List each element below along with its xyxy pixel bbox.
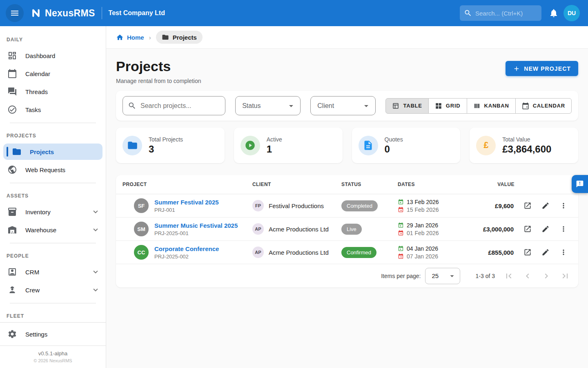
document-icon — [359, 136, 378, 155]
sidebar-section-label-projects: PROJECTS — [0, 127, 106, 143]
sidebar-item-inventory[interactable]: Inventory — [0, 203, 106, 221]
row-menu-button[interactable] — [555, 244, 572, 260]
folder-icon — [122, 136, 142, 155]
edit-project-button[interactable] — [537, 221, 554, 237]
event-start-icon — [398, 222, 404, 228]
sidebar-divider — [10, 183, 96, 183]
row-menu-button[interactable] — [555, 197, 572, 214]
chevron-down-icon — [91, 285, 100, 294]
stat-label: Quotes — [385, 136, 403, 143]
sidebar-item-tasks[interactable]: Tasks — [0, 101, 106, 119]
open-project-button[interactable] — [519, 197, 536, 214]
view-toggle-group: TABLEGRIDKANBANCALENDAR — [385, 98, 572, 114]
items-per-page-select[interactable]: 25 — [425, 268, 460, 284]
edit-icon — [541, 248, 550, 256]
view-toggle-table[interactable]: TABLE — [385, 98, 428, 114]
sidebar-section-label-daily: DAILY — [0, 31, 106, 47]
project-search-input[interactable] — [140, 102, 220, 110]
crm-icon — [7, 267, 17, 277]
sidebar-item-crm[interactable]: CRM — [0, 263, 106, 281]
sidebar-section-label-people: PEOPLE — [0, 247, 106, 263]
chevron-down-icon — [91, 285, 100, 294]
view-toggle-grid[interactable]: GRID — [428, 98, 467, 114]
active-indicator — [7, 147, 8, 157]
project-code: PRJ-2025-002 — [154, 254, 219, 260]
copyright: © 2026 NexusRMS — [0, 358, 106, 363]
feedback-button[interactable] — [572, 175, 588, 193]
edit-project-button[interactable] — [537, 244, 554, 260]
top-navbar: NexusRMS Test Company Ltd DU — [0, 0, 588, 26]
inventory-icon — [7, 207, 17, 217]
search-icon — [128, 101, 136, 110]
hamburger-menu-button[interactable] — [6, 4, 24, 22]
user-avatar[interactable]: DU — [564, 5, 580, 21]
sidebar-item-projects[interactable]: Projects — [3, 144, 102, 160]
sidebar-item-settings[interactable]: Settings — [0, 323, 106, 346]
open-project-button[interactable] — [519, 244, 536, 260]
project-link[interactable]: Summer Festival 2025 — [154, 199, 219, 206]
globe-icon — [7, 165, 17, 175]
status-filter-select[interactable]: Status — [235, 96, 301, 115]
end-date: 07 Jan 2026 — [407, 253, 438, 260]
global-search[interactable] — [460, 5, 541, 21]
filter-toolbar: Status Client TABLEGRIDKANBANCALENDAR — [116, 91, 578, 121]
app-window: NexusRMS Test Company Ltd DU DAILYDashbo… — [0, 0, 588, 368]
open-project-button[interactable] — [519, 221, 536, 237]
project-avatar: SF — [134, 198, 149, 213]
breadcrumb-separator: › — [149, 34, 151, 41]
sidebar-item-threads[interactable]: Threads — [0, 83, 106, 101]
sidebar-item-dashboard[interactable]: Dashboard — [0, 47, 106, 65]
next-page-button[interactable] — [538, 268, 555, 284]
stat-value: 1 — [267, 144, 282, 155]
edit-project-button[interactable] — [537, 197, 554, 214]
notifications-button[interactable] — [549, 8, 559, 18]
row-menu-button[interactable] — [555, 221, 572, 237]
dropdown-caret-icon — [361, 101, 371, 111]
tasks-icon — [7, 105, 17, 114]
gear-icon — [7, 329, 17, 339]
edit-icon — [541, 202, 550, 210]
chevron-right-icon — [541, 271, 551, 281]
event-start-icon — [398, 245, 404, 251]
sidebar-item-calendar[interactable]: Calendar — [0, 65, 106, 83]
last-page-button[interactable] — [557, 268, 573, 284]
dropdown-caret-icon — [448, 272, 457, 280]
client-filter-select[interactable]: Client — [310, 96, 376, 115]
dashboard-icon — [7, 51, 17, 61]
new-project-button[interactable]: NEW PROJECT — [506, 61, 578, 76]
topbar-divider — [102, 7, 102, 19]
calendar-view-icon — [522, 102, 529, 110]
project-link[interactable]: Summer Music Festival 2025 — [154, 222, 238, 229]
sidebar-item-web-requests[interactable]: Web Requests — [0, 161, 106, 179]
prev-page-button[interactable] — [519, 268, 536, 284]
main-area: Home › Projects Projects Manage rental f… — [106, 26, 588, 368]
sidebar-item-label: Warehouse — [25, 227, 91, 233]
column-header-project: PROJECT — [122, 182, 252, 187]
column-header-client: CLIENT — [252, 182, 341, 187]
open-in-new-icon — [523, 248, 532, 256]
table-row: SF Summer Festival 2025 PRJ-001 FP Festi… — [116, 194, 578, 218]
sidebar-item-label: Inventory — [25, 209, 91, 215]
breadcrumb-current-chip[interactable]: Projects — [156, 31, 203, 44]
pound-icon: £ — [476, 136, 496, 155]
stat-label: Active — [267, 136, 282, 143]
chevron-down-icon — [91, 225, 100, 234]
global-search-input[interactable] — [475, 10, 537, 17]
first-page-button[interactable] — [501, 268, 517, 284]
view-toggle-kanban[interactable]: KANBAN — [467, 98, 516, 114]
stat-card-quotes: Quotes0 — [352, 128, 461, 163]
breadcrumb-home-link[interactable]: Home — [116, 34, 144, 41]
brand-name: NexusRMS — [45, 8, 95, 19]
project-search-field[interactable] — [122, 96, 225, 115]
view-toggle-calendar[interactable]: CALENDAR — [515, 98, 572, 114]
sidebar-item-label: Dashboard — [25, 52, 100, 59]
home-icon — [116, 34, 124, 41]
project-link[interactable]: Corporate Conference — [154, 245, 219, 252]
crew-icon — [7, 285, 17, 295]
project-code: PRJ-2025-001 — [154, 230, 238, 236]
sidebar-item-warehouse[interactable]: Warehouse — [0, 221, 106, 239]
stat-card-total-value: £Total Value£3,864,600 — [470, 128, 578, 163]
pagination-range: 1-3 of 3 — [476, 273, 495, 279]
chevron-down-icon — [91, 267, 100, 276]
sidebar-item-crew[interactable]: Crew — [0, 281, 106, 299]
